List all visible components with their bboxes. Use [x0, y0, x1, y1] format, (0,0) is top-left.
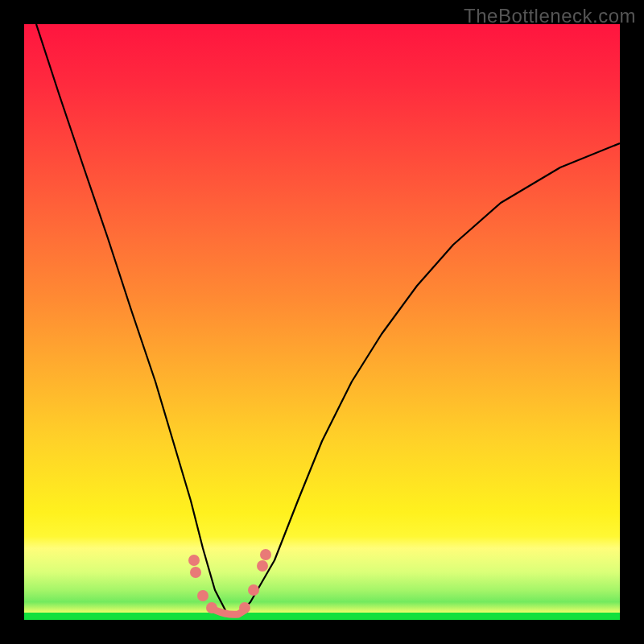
bottleneck-curve: [36, 24, 620, 616]
valley-dot: [197, 590, 208, 601]
valley-dot: [257, 560, 268, 572]
valley-dot: [188, 555, 200, 566]
valley-dot: [190, 567, 201, 578]
valley-dot: [239, 602, 250, 613]
watermark-text: TheBottleneck.com: [464, 5, 636, 27]
valley-dot: [248, 584, 259, 596]
plot-area: [24, 24, 620, 620]
valley-dot: [206, 602, 217, 613]
valley-dot: [260, 549, 271, 560]
curve-svg: [24, 24, 620, 620]
chart-container: TheBottleneck.com: [0, 0, 644, 644]
